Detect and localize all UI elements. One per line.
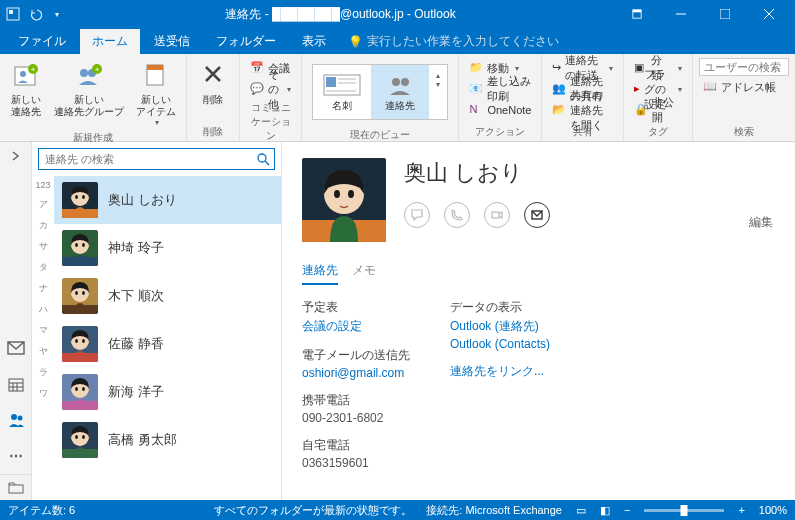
minimize-button[interactable] [659,0,703,28]
card-tab-memo[interactable]: メモ [352,262,376,285]
index-char[interactable]: サ [39,240,48,253]
nav-more[interactable]: ⋯ [0,438,31,474]
mobile-value: 090-2301-6802 [302,411,410,425]
nav-folder-button[interactable] [0,474,31,500]
video-action[interactable] [484,202,510,228]
mailmerge-button[interactable]: 📧差し込み印刷 [465,79,535,99]
svg-point-64 [75,435,78,439]
index-char[interactable]: ワ [39,387,48,400]
zoom-slider[interactable] [644,509,724,512]
new-contact-button[interactable]: + 新しい 連絡先 [6,58,46,120]
view-normal-icon[interactable]: ▭ [576,504,586,517]
tab-folder[interactable]: フォルダー [204,29,288,54]
index-char[interactable]: マ [39,324,48,337]
new-contact-label: 新しい 連絡先 [11,94,41,118]
lightbulb-icon: 💡 [348,35,363,49]
index-char[interactable]: タ [39,261,48,274]
search-icon[interactable] [252,152,274,166]
qat-dropdown-icon[interactable]: ▾ [48,5,66,23]
svg-point-69 [334,190,340,198]
index-char[interactable]: カ [39,219,48,232]
tab-view[interactable]: 表示 [290,29,338,54]
email-value-link[interactable]: oshiori@gmail.com [302,366,410,380]
open-shared-button[interactable]: 📂共有の連絡先を開く [548,100,617,120]
svg-point-54 [75,339,78,343]
index-char[interactable]: 123 [35,180,50,190]
share-icon: 👥 [552,82,566,96]
share-group-label: 共有 [548,123,617,139]
index-char[interactable]: ナ [39,282,48,295]
outlook-en-link[interactable]: Outlook (Contacts) [450,337,550,351]
titlebar: ▾ 連絡先 - ████████@outlook.jp - Outlook [0,0,795,28]
contact-row[interactable]: 佐藤 静香 [54,320,281,368]
chat-action[interactable] [404,202,430,228]
new-contact-group-button[interactable]: + 新しい 連絡先グループ [50,58,128,120]
svg-point-65 [82,435,85,439]
card-tab-contact[interactable]: 連絡先 [302,262,338,285]
svg-rect-26 [9,379,23,391]
contact-row[interactable]: 神埼 玲子 [54,224,281,272]
meeting-icon: 📅 [250,61,264,75]
maximize-button[interactable] [703,0,747,28]
nav-calendar[interactable] [0,366,31,402]
user-search-input[interactable] [699,58,789,76]
ribbon: + 新しい 連絡先 + 新しい 連絡先グループ 新しい アイテム 新規作成 削除… [0,54,795,142]
svg-point-39 [75,195,78,199]
nav-expand-button[interactable] [0,142,31,170]
private-label: 非公開 [652,95,682,125]
tab-send-receive[interactable]: 送受信 [142,29,202,54]
tab-file[interactable]: ファイル [6,29,78,54]
people-icon [380,71,420,99]
ribbon-options-icon[interactable] [615,0,659,28]
edit-contact-link[interactable]: 編集 [749,214,773,231]
other-comm-button[interactable]: 💬その他 [246,79,295,99]
undo-icon[interactable] [26,5,44,23]
zoom-in-button[interactable]: + [738,504,744,516]
homephone-value: 0363159601 [302,456,410,470]
contact-row[interactable]: 奥山 しおり [54,176,281,224]
svg-point-23 [392,78,400,86]
view-businesscard[interactable]: 名刺 [313,65,371,119]
link-contacts-link[interactable]: 連絡先をリンク... [450,363,550,380]
tell-me-search[interactable]: 💡 実行したい作業を入力してください [340,29,567,54]
contact-search-box[interactable] [38,148,275,170]
schedule-meeting-link[interactable]: 会議の設定 [302,318,410,335]
nav-mail[interactable] [0,330,31,366]
view-reading-icon[interactable]: ◧ [600,504,610,517]
tab-home[interactable]: ホーム [80,29,140,54]
index-char[interactable]: ハ [39,303,48,316]
outlook-jp-link[interactable]: Outlook (連絡先) [450,318,550,335]
close-button[interactable] [747,0,791,28]
contact-search-input[interactable] [39,151,252,167]
contact-name: 佐藤 静香 [108,335,164,353]
contact-row[interactable]: 木下 順次 [54,272,281,320]
index-char[interactable]: ヤ [39,345,48,358]
index-char[interactable]: ラ [39,366,48,379]
view-more[interactable]: ▴▾ [429,65,447,119]
contact-row[interactable]: 新海 洋子 [54,368,281,416]
item-count: アイテム数: 6 [8,503,75,518]
other-icon: 💬 [250,82,264,96]
email-action[interactable] [524,202,550,228]
addressbook-button[interactable]: 📖アドレス帳 [699,77,789,97]
call-action[interactable] [444,202,470,228]
delete-button[interactable]: 削除 [193,58,233,108]
connection-status: 接続先: Microsoft Exchange [426,503,562,518]
svg-rect-19 [326,77,336,87]
new-item-icon [140,60,172,92]
private-button[interactable]: 🔒非公開 [630,100,686,120]
new-item-button[interactable]: 新しい アイテム [132,58,180,129]
calendar-field-label: 予定表 [302,299,410,316]
flag-icon: ▸ [634,82,640,96]
nav-people[interactable] [0,402,31,438]
move-icon: 📁 [469,61,483,75]
index-char[interactable]: ア [39,198,48,211]
statusbar: アイテム数: 6 すべてのフォルダーが最新の状態です。 接続先: Microso… [0,500,795,520]
zoom-out-button[interactable]: − [624,504,630,516]
contact-row[interactable]: 高橋 勇太郎 [54,416,281,464]
delete-icon [197,60,229,92]
alpha-index[interactable]: 123アカサタナハマヤラワ [32,176,54,500]
svg-point-9 [20,71,26,77]
onenote-button[interactable]: NOneNote [465,100,535,120]
view-contacts[interactable]: 連絡先 [371,65,429,119]
